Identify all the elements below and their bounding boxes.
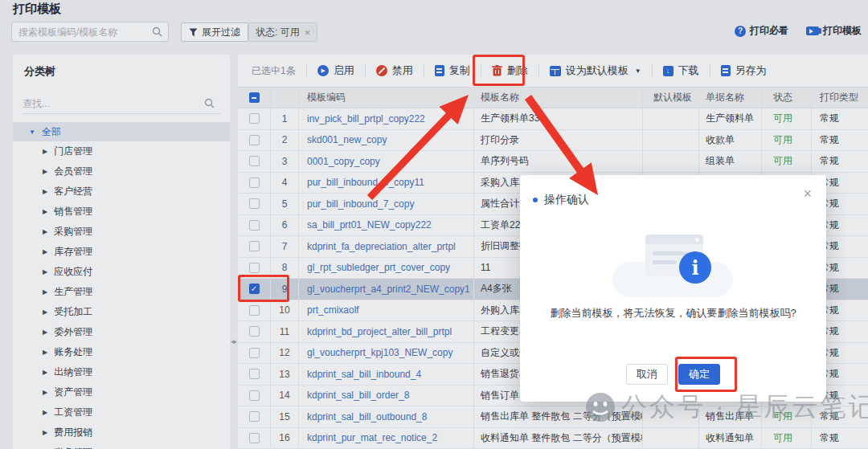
- cell-row-number: 11: [271, 321, 299, 342]
- template-code-link[interactable]: pur_bill_inbound_3_copy11: [307, 177, 424, 188]
- print-template-video-link[interactable]: 打印模板: [806, 24, 862, 38]
- tree-node-all[interactable]: ▼ 全部: [13, 122, 230, 141]
- row-checkbox[interactable]: [249, 305, 260, 316]
- row-checkbox[interactable]: [249, 156, 260, 166]
- cell-template-code[interactable]: kdprint_fa_depreciation_alter_prtpl: [299, 236, 474, 257]
- confirm-dialog: 操作确认 × i 删除当前模板，将无法恢复，确认要删除当前模板吗? 取消 确定: [520, 175, 826, 402]
- tree-node-5[interactable]: ▶采购管理: [13, 222, 230, 242]
- cell-template-code[interactable]: kdprint_sal_bill_order_8: [299, 386, 474, 406]
- download-button[interactable]: ↓ 下载: [663, 63, 699, 78]
- cell-template-code[interactable]: prt_cmixaolf: [299, 300, 474, 321]
- template-code-link[interactable]: gl_rpt_subledger_prt_cover_copy: [307, 262, 450, 273]
- expand-filter-label: 展开过滤: [202, 26, 240, 39]
- tree-node-13[interactable]: ▶资产管理: [13, 382, 230, 402]
- tree-search-box[interactable]: [23, 93, 220, 114]
- tree-search-input[interactable]: [23, 98, 204, 109]
- template-code-link[interactable]: gl_voucherprt_a4_print2_NEW_copy1: [307, 284, 470, 295]
- template-code-link[interactable]: sa_bill_prt01_NEW_copy222: [307, 219, 432, 231]
- cell-template-code[interactable]: kdprint_sal_bill_inbound_4: [299, 364, 474, 385]
- tree-node-2[interactable]: ▶会员管理: [13, 161, 230, 182]
- select-all-checkbox[interactable]: [249, 92, 260, 103]
- cell-template-code[interactable]: 0001_copy_copy: [299, 151, 474, 172]
- template-code-link[interactable]: pur_bill_inbound_7_copy: [307, 198, 414, 210]
- template-search-input[interactable]: [12, 27, 152, 38]
- tree-node-6[interactable]: ▶库存管理: [13, 242, 230, 262]
- set-default-template-button[interactable]: 设为默认模板 ▼: [550, 63, 641, 78]
- enable-button[interactable]: ▶ 启用: [317, 63, 354, 78]
- download-label: 下载: [678, 63, 699, 78]
- cell-template-code[interactable]: gl_rpt_subledger_prt_cover_copy: [299, 258, 474, 279]
- template-code-link[interactable]: kdprint_sal_bill_outbound_8: [307, 411, 427, 422]
- confirm-button[interactable]: 确定: [678, 364, 720, 385]
- template-code-link[interactable]: 0001_copy_copy: [307, 156, 380, 167]
- row-checkbox[interactable]: [249, 241, 260, 251]
- cell-template-code[interactable]: inv_pick_bill_prtpl_copy222: [299, 108, 474, 129]
- cell-template-code[interactable]: sa_bill_prt01_NEW_copy222: [299, 215, 474, 236]
- status-filter-tag[interactable]: 状态: 可用 ×: [248, 22, 317, 42]
- save-as-button[interactable]: 另存为: [721, 63, 767, 78]
- cell-row-number: 12: [271, 343, 299, 364]
- table-row[interactable]: 15kdprint_sal_bill_outbound_8销售出库单 整件散包 …: [238, 406, 868, 428]
- table-row[interactable]: 1inv_pick_bill_prtpl_copy222生产领料单333生产领料…: [238, 108, 868, 130]
- sidebar-collapse-handle[interactable]: ◂▸: [231, 337, 236, 345]
- tree-node-11[interactable]: ▶账务处理: [13, 342, 230, 362]
- row-checkbox[interactable]: [249, 390, 260, 401]
- cell-template-code[interactable]: gl_voucherprt_a4_print2_NEW_copy1: [299, 279, 474, 300]
- template-code-link[interactable]: kdprint_sal_bill_inbound_4: [307, 369, 421, 380]
- cell-template-code[interactable]: skd001_new_copy: [299, 130, 474, 151]
- cell-doc-name: 收款单: [699, 130, 762, 151]
- template-code-link[interactable]: inv_pick_bill_prtpl_copy222: [307, 113, 425, 124]
- tree-node-3[interactable]: ▶客户经营: [13, 182, 230, 202]
- delete-button[interactable]: 删除: [492, 63, 528, 78]
- table-row[interactable]: 30001_copy_copy单序列号码组装单可用常规: [238, 151, 868, 173]
- cell-template-code[interactable]: kdprint_pur_mat_rec_notice_2: [299, 428, 474, 449]
- tree-node-15[interactable]: ▶费用报销: [13, 422, 230, 443]
- row-checkbox[interactable]: [249, 348, 260, 358]
- template-code-link[interactable]: kdprint_fa_depreciation_alter_prtpl: [307, 241, 456, 252]
- tree-node-8[interactable]: ▶生产管理: [13, 282, 230, 302]
- row-checkbox[interactable]: [249, 411, 260, 422]
- row-checkbox[interactable]: [249, 198, 260, 209]
- copy-button[interactable]: 复制: [435, 63, 470, 78]
- row-checkbox[interactable]: [249, 178, 260, 188]
- row-checkbox[interactable]: [249, 220, 260, 231]
- col-template-code: 模板编码: [299, 88, 474, 108]
- cancel-button[interactable]: 取消: [626, 364, 668, 385]
- row-checkbox[interactable]: [249, 433, 260, 443]
- tree-node-10[interactable]: ▶委外管理: [13, 322, 230, 342]
- chevron-right-icon: ▶: [43, 268, 47, 276]
- table-row[interactable]: 16kdprint_pur_mat_rec_notice_2收料通知单 整件散包…: [238, 428, 868, 449]
- remove-filter-icon[interactable]: ×: [305, 27, 311, 38]
- template-code-link[interactable]: prt_cmixaolf: [307, 304, 359, 316]
- cell-template-code[interactable]: pur_bill_inbound_3_copy11: [299, 173, 474, 194]
- row-checkbox[interactable]: ✓: [249, 284, 260, 294]
- tree-node-1[interactable]: ▶门店管理: [13, 141, 230, 161]
- disable-button[interactable]: 禁用: [376, 63, 413, 78]
- row-checkbox[interactable]: [249, 326, 260, 337]
- table-row[interactable]: 2skd001_new_copy打印分录收款单可用常规: [238, 130, 868, 152]
- cell-template-code[interactable]: pur_bill_inbound_7_copy: [299, 194, 474, 214]
- cell-template-code[interactable]: kdprint_sal_bill_outbound_8: [299, 406, 474, 427]
- dialog-bullet-icon: [533, 198, 538, 202]
- tree-node-12[interactable]: ▶出纳管理: [13, 362, 230, 382]
- template-code-link[interactable]: kdprint_bd_project_alter_bill_prtpl: [307, 326, 452, 337]
- template-code-link[interactable]: kdprint_sal_bill_order_8: [307, 390, 409, 401]
- cell-template-code[interactable]: kdprint_bd_project_alter_bill_prtpl: [299, 321, 474, 342]
- print-help-link[interactable]: ? 打印必看: [735, 24, 788, 38]
- close-icon[interactable]: ×: [803, 186, 812, 201]
- row-checkbox[interactable]: [249, 135, 260, 145]
- tree-node-4[interactable]: ▶销售管理: [13, 202, 230, 222]
- row-checkbox[interactable]: [249, 113, 260, 124]
- tree-node-14[interactable]: ▶工资管理: [13, 402, 230, 422]
- template-code-link[interactable]: gl_voucherprt_kpj103_NEW_copy: [307, 347, 452, 358]
- row-checkbox[interactable]: [249, 369, 260, 379]
- template-search-box[interactable]: [11, 22, 169, 42]
- template-code-link[interactable]: kdprint_pur_mat_rec_notice_2: [307, 432, 437, 443]
- row-checkbox[interactable]: [249, 263, 260, 273]
- expand-filter-button[interactable]: 展开过滤: [181, 22, 248, 42]
- cell-template-code[interactable]: gl_voucherprt_kpj103_NEW_copy: [299, 343, 474, 364]
- tree-node-7[interactable]: ▶应收应付: [13, 262, 230, 282]
- tree-node-16[interactable]: ▶税务管理: [13, 443, 230, 449]
- tree-node-9[interactable]: ▶受托加工: [13, 302, 230, 322]
- template-code-link[interactable]: skd001_new_copy: [307, 134, 387, 145]
